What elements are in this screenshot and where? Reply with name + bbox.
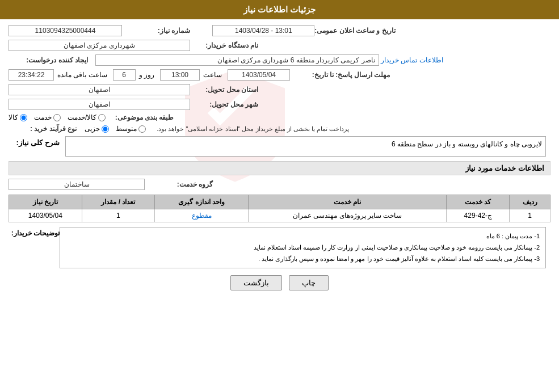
creator-value: ناصر کریمی کاربردار منطقه 6 شهرداری مرکز…: [95, 54, 379, 66]
buyer-notes-content: 1- مدت پیمان : 6 ماه2- پیمانکار می بایست…: [60, 227, 546, 268]
note-line: 2- پیمانکار می بایست رزومه خود و صلاحیت …: [66, 242, 540, 254]
service-group-value: ساختمان: [9, 179, 145, 190]
services-table: ردیف کد خدمت نام خدمت واحد اندازه گیری ت…: [9, 195, 550, 222]
creator-label: ایجاد کننده درخواست:: [9, 56, 88, 64]
page-header: جزئیات اطلاعات نیاز: [0, 0, 559, 19]
col-name: نام خدمت: [248, 195, 446, 209]
buyer-org-label: نام دستگاه خریدار:: [190, 41, 258, 49]
city-value: اصفهان: [9, 99, 190, 110]
item-type-khidmat[interactable]: خدمت: [34, 113, 61, 121]
announce-date-label: تاریخ و ساعت اعلان عمومی:: [314, 27, 395, 35]
service-group-label: گروه خدمت:: [145, 180, 213, 188]
procurement-label: نوع فرآیند خرید :: [9, 125, 77, 133]
item-type-kala-khidmat[interactable]: کالا/خدمت: [68, 113, 106, 121]
deadline-row: مهلت ارسال پاسخ: تا تاریخ: 1403/05/04 سا…: [9, 69, 550, 81]
province-label: استان محل تحویل:: [190, 86, 258, 94]
procurement-options: متوسط جزیی: [85, 125, 146, 133]
city-label: شهر محل تحویل:: [190, 100, 258, 108]
page-wrapper: جزئیات اطلاعات نیاز Col تاریخ و ساعت اعل…: [0, 0, 559, 392]
print-button[interactable]: چاپ: [289, 275, 329, 290]
table-row: 1 ج-42-429 ساخت سایر پروژه‌های مهندسی عم…: [9, 209, 550, 222]
radio-khidmat[interactable]: [53, 114, 61, 121]
kala-label: کالا: [9, 113, 18, 121]
need-number-label: شماره نیاز:: [122, 27, 190, 35]
col-unit: واحد اندازه گیری: [155, 195, 249, 209]
radio-kala[interactable]: [20, 114, 27, 121]
radio-juzyi[interactable]: [102, 125, 109, 133]
deadline-time: 13:00: [160, 69, 200, 81]
item-type-label: طبقه بندی موضوعی:: [106, 113, 174, 121]
item-type-row: طبقه بندی موضوعی: کالا/خدمت خدمت کالا: [9, 113, 550, 121]
remain-label: ساعت باقی مانده: [57, 71, 107, 79]
buyer-notes-section: 1- مدت پیمان : 6 ماه2- پیمانکار می بایست…: [9, 227, 550, 268]
cell-rownum: 1: [510, 209, 550, 222]
days-label: روز و: [139, 71, 154, 79]
service-group-row: گروه خدمت: ساختمان: [9, 179, 550, 190]
cell-date: 1403/05/04: [9, 209, 82, 222]
procurement-note: پرداخت تمام یا بخشی از مبلغ خریداز محل "…: [157, 125, 349, 133]
need-description-title: شرح کلی نیاز:: [9, 136, 65, 150]
time-label: ساعت: [203, 71, 222, 79]
need-number-row: تاریخ و ساعت اعلان عمومی: 1403/04/28 - 1…: [9, 25, 550, 36]
deadline-label: مهلت ارسال پاسخ: تا تاریخ:: [293, 71, 390, 79]
col-rownum: ردیف: [510, 195, 550, 209]
col-date: تاریخ نیاز: [9, 195, 82, 209]
need-description-value: لایروبی چاه و کانالهای روبسته و باز در س…: [65, 136, 546, 157]
city-row: شهر محل تحویل: اصفهان: [9, 99, 550, 110]
contact-link[interactable]: اطلاعات تماس خریدار: [381, 56, 443, 64]
cell-qty: 1: [82, 209, 155, 222]
radio-mutawasit[interactable]: [138, 125, 146, 133]
cell-code: ج-42-429: [447, 209, 510, 222]
procurement-row: پرداخت تمام یا بخشی از مبلغ خریداز محل "…: [9, 125, 550, 133]
province-value: اصفهان: [9, 84, 190, 95]
creator-row: اطلاعات تماس خریدار ناصر کریمی کاربردار …: [9, 54, 550, 66]
col-code: کد خدمت: [447, 195, 510, 209]
col-qty: تعداد / مقدار: [82, 195, 155, 209]
back-button[interactable]: بازگشت: [230, 275, 282, 290]
header-title: جزئیات اطلاعات نیاز: [243, 5, 316, 14]
remain-value: 23:34:22: [9, 69, 54, 81]
note-line: 1- مدت پیمان : 6 ماه: [66, 231, 540, 242]
khidmat-label: خدمت: [34, 113, 52, 121]
mutawasit-label: متوسط: [116, 125, 137, 133]
service-info-title: اطلاعات خدمات مورد نیاز: [9, 161, 550, 175]
item-type-options: کالا/خدمت خدمت کالا: [9, 113, 106, 121]
announce-date-value: 1403/04/28 - 13:01: [212, 25, 314, 36]
proc-mutawasit[interactable]: متوسط: [116, 125, 146, 133]
content-area: Col تاریخ و ساعت اعلان عمومی: 1403/04/28…: [0, 19, 559, 301]
province-row: استان محل تحویل: اصفهان: [9, 84, 550, 95]
note-line: 3- پیمانکار می بایست کلیه اسناد استعلام …: [66, 254, 540, 265]
item-type-kala[interactable]: کالا: [9, 113, 27, 121]
services-table-container: ردیف کد خدمت نام خدمت واحد اندازه گیری ت…: [9, 195, 550, 222]
proc-juzyi[interactable]: جزیی: [85, 125, 109, 133]
need-number-value: 1103094325000444: [9, 25, 122, 36]
buyer-org-value: شهرداری مرکزی اصفهان: [9, 40, 190, 51]
button-row: چاپ بازگشت: [9, 275, 550, 290]
buyer-notes-label: توضیحات خریدار:: [9, 227, 60, 237]
cell-unit: مقطوع: [155, 209, 249, 222]
need-description-section: لایروبی چاه و کانالهای روبسته و باز در س…: [9, 136, 550, 157]
kala-khidmat-label: کالا/خدمت: [68, 113, 96, 121]
deadline-date: 1403/05/04: [228, 69, 290, 81]
radio-kala-khidmat[interactable]: [98, 114, 106, 121]
days-value: 6: [113, 69, 136, 81]
juzyi-label: جزیی: [85, 125, 100, 133]
cell-name: ساخت سایر پروژه‌های مهندسی عمران: [248, 209, 446, 222]
buyer-org-row: نام دستگاه خریدار: شهرداری مرکزی اصفهان: [9, 40, 550, 51]
